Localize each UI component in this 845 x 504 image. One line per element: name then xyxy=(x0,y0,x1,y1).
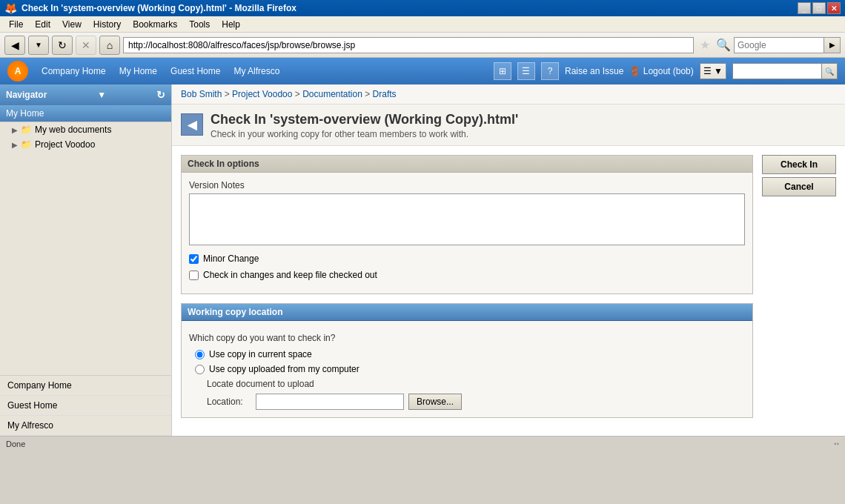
form-actions: Check In Cancel xyxy=(762,155,836,427)
breadcrumb-drafts[interactable]: Drafts xyxy=(373,89,397,99)
nav-company-home[interactable]: Company Home xyxy=(36,63,112,79)
current-space-radio[interactable] xyxy=(195,350,205,359)
logout-link[interactable]: 🚪 Logout (bob) xyxy=(629,66,693,76)
current-space-label: Use copy in current space xyxy=(209,349,312,359)
menu-file[interactable]: File xyxy=(3,18,29,31)
menu-tools[interactable]: Tools xyxy=(183,18,216,31)
menu-bookmarks[interactable]: Bookmarks xyxy=(127,18,183,31)
forward-dropdown-button[interactable]: ▼ xyxy=(28,36,49,55)
nav-my-alfresco[interactable]: My Alfresco xyxy=(228,63,285,79)
tree-arrow-icon-2: ▶ xyxy=(12,141,18,149)
sidebar-bottom-links: Company Home Guest Home My Alfresco xyxy=(0,375,171,436)
location-label: Location: xyxy=(207,397,251,407)
alfresco-logo: A xyxy=(7,61,28,82)
menu-view[interactable]: View xyxy=(56,18,87,31)
sidebar-my-home[interactable]: My Home xyxy=(0,105,171,122)
menu-history[interactable]: History xyxy=(87,18,127,31)
toolbar-icon-2[interactable]: ☰ xyxy=(517,62,535,80)
location-row: Location: Browse... xyxy=(207,394,745,410)
project-voodoo-label: Project Voodoo xyxy=(35,139,95,150)
working-copy-section: Working copy location Which copy do you … xyxy=(181,303,753,418)
my-home-label: My Home xyxy=(6,108,44,119)
browser-toolbar: ◀ ▼ ↻ ✕ ⌂ ★ 🔍 ▶ xyxy=(0,33,845,58)
stop-button[interactable]: ✕ xyxy=(76,36,96,55)
maximize-button[interactable]: □ xyxy=(812,2,826,14)
menu-edit[interactable]: Edit xyxy=(29,18,56,31)
sidebar-guest-home[interactable]: Guest Home xyxy=(0,396,171,416)
working-copy-body: Which copy do you want to check in? Use … xyxy=(182,321,752,417)
window-controls[interactable]: _ □ ✕ xyxy=(798,2,841,14)
minor-change-checkbox[interactable] xyxy=(189,254,199,264)
location-input[interactable] xyxy=(256,394,404,410)
address-bar[interactable] xyxy=(123,37,694,53)
search-input[interactable] xyxy=(735,40,824,50)
current-space-radio-row: Use copy in current space xyxy=(195,349,745,359)
locate-document-label: Locate document to upload xyxy=(207,379,745,389)
app-search-button[interactable]: 🔍 xyxy=(821,63,838,79)
cancel-button[interactable]: Cancel xyxy=(762,177,836,196)
sidebar-my-web-documents[interactable]: ▶ 📁 My web documents xyxy=(0,122,171,137)
menubar: File Edit View History Bookmarks Tools H… xyxy=(0,16,845,33)
breadcrumb-documentation[interactable]: Documentation xyxy=(302,89,362,99)
content-area: Bob Smith > Project Voodoo > Documentati… xyxy=(172,84,845,436)
search-button[interactable]: ▶ xyxy=(824,38,840,53)
breadcrumb-bob-smith[interactable]: Bob Smith xyxy=(181,89,222,99)
page-title: Check In 'system-overview (Working Copy)… xyxy=(211,112,518,127)
sidebar-refresh-icon[interactable]: ↻ xyxy=(156,89,165,101)
back-button[interactable]: ◀ xyxy=(4,36,25,55)
navigator-label: Navigator xyxy=(6,90,47,100)
window-title: Check In 'system-overview (Working Copy)… xyxy=(21,3,798,13)
breadcrumb-sep-2: > xyxy=(295,89,302,99)
navigator-dropdown-icon[interactable]: ▼ xyxy=(97,90,106,100)
menu-help[interactable]: Help xyxy=(216,18,246,31)
refresh-button[interactable]: ↻ xyxy=(52,36,73,55)
page-subtitle: Check in your working copy for other tea… xyxy=(211,129,518,139)
back-button[interactable]: ◀ xyxy=(181,113,203,136)
home-button[interactable]: ⌂ xyxy=(99,36,120,55)
minor-change-row: Minor Change xyxy=(189,253,745,264)
search-box: ▶ xyxy=(734,37,841,53)
which-copy-text: Which copy do you want to check in? xyxy=(189,333,745,343)
nav-guest-home[interactable]: Guest Home xyxy=(165,63,226,79)
check-in-options-header: Check In options xyxy=(182,156,752,173)
working-copy-header: Working copy location xyxy=(182,304,752,321)
view-select[interactable]: ☰ ▼ xyxy=(700,63,726,79)
upload-copy-label: Use copy uploaded from my computer xyxy=(209,364,359,374)
search-engine-icon: 🔍 xyxy=(716,38,731,52)
upload-radio-row: Use copy uploaded from my computer xyxy=(195,364,745,374)
browse-button[interactable]: Browse... xyxy=(408,394,462,410)
folder-icon-2: 📁 xyxy=(21,139,32,150)
statusbar: Done ▪▪ xyxy=(0,436,845,451)
minor-change-label: Minor Change xyxy=(203,253,259,264)
check-in-options-section: Check In options Version Notes Minor Cha… xyxy=(181,155,753,294)
sidebar-my-alfresco[interactable]: My Alfresco xyxy=(0,416,171,436)
minimize-button[interactable]: _ xyxy=(798,2,811,14)
app-search-input[interactable] xyxy=(732,63,821,79)
nav-my-home[interactable]: My Home xyxy=(113,63,163,79)
statusbar-right: ▪▪ xyxy=(834,440,839,448)
page-title-area: Check In 'system-overview (Working Copy)… xyxy=(211,112,518,139)
my-web-documents-label: My web documents xyxy=(35,125,111,135)
raise-issue-link[interactable]: Raise an Issue xyxy=(565,66,623,76)
app-toolbar-right: ⊞ ☰ ? Raise an Issue 🚪 Logout (bob) ☰ ▼ … xyxy=(494,62,838,80)
firefox-icon: 🦊 xyxy=(4,2,17,14)
keep-checked-out-checkbox[interactable] xyxy=(189,271,199,280)
tree-arrow-icon: ▶ xyxy=(12,126,18,134)
toolbar-icon-1[interactable]: ⊞ xyxy=(494,62,511,80)
sidebar-company-home[interactable]: Company Home xyxy=(0,376,171,396)
sidebar-project-voodoo[interactable]: ▶ 📁 Project Voodoo xyxy=(0,137,171,152)
page-header: ◀ Check In 'system-overview (Working Cop… xyxy=(172,105,845,146)
sidebar-header: Navigator ▼ ↻ xyxy=(0,84,171,105)
check-in-button[interactable]: Check In xyxy=(762,155,836,174)
breadcrumb: Bob Smith > Project Voodoo > Documentati… xyxy=(172,84,845,105)
breadcrumb-sep-3: > xyxy=(365,89,372,99)
bookmark-star-icon[interactable]: ★ xyxy=(697,38,713,52)
breadcrumb-sep-1: > xyxy=(225,89,232,99)
form-main: Check In options Version Notes Minor Cha… xyxy=(181,155,753,427)
help-icon[interactable]: ? xyxy=(541,62,559,80)
app-nav-links: Company Home My Home Guest Home My Alfre… xyxy=(36,63,486,79)
upload-copy-radio[interactable] xyxy=(195,365,205,374)
close-button[interactable]: ✕ xyxy=(827,2,841,14)
version-notes-input[interactable] xyxy=(189,193,745,245)
breadcrumb-project-voodoo[interactable]: Project Voodoo xyxy=(232,89,292,99)
